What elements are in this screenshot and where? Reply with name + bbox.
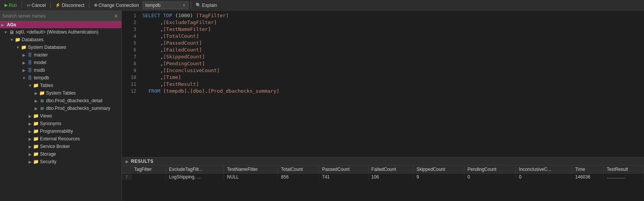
col-header-totalcount[interactable]: TotalCount xyxy=(278,166,319,174)
summary-expand-arrow xyxy=(33,106,39,111)
db-master[interactable]: 🗄 master xyxy=(0,51,121,59)
external-resources-folder[interactable]: 📁 External Resources xyxy=(0,135,121,143)
col-header-testresult[interactable]: TestResult xyxy=(603,166,644,174)
sys-tables-expand-arrow xyxy=(33,91,39,95)
storage-label: Storage xyxy=(40,151,56,157)
tables-folder[interactable]: 📁 Tables xyxy=(0,82,121,89)
results-header-row: TagFilter ExcludeTagFilt... TestNameFilt… xyxy=(122,166,644,174)
summary-table-label: dbo.Prod_dbachecks_summary xyxy=(46,106,110,111)
results-title: RESULTS xyxy=(131,159,153,164)
server-icon: 🖥 xyxy=(8,29,14,35)
system-tables-folder[interactable]: 📁 System Tables xyxy=(0,89,121,97)
system-databases-node[interactable]: 📁 System Databases xyxy=(0,43,121,51)
db-msdb[interactable]: 🗄 msdb xyxy=(0,66,121,74)
msdb-db-icon: 🗄 xyxy=(27,67,33,73)
cell-excludetagfilt: LogShipping, ... xyxy=(166,174,224,181)
tables-label: Tables xyxy=(40,83,53,88)
detail-table-icon: ⊞ xyxy=(39,98,45,104)
col-header-passedcount[interactable]: PassedCount xyxy=(319,166,368,174)
programmability-label: Programmability xyxy=(40,129,73,134)
cell-testresult: ............... xyxy=(603,174,644,181)
storage-expand-arrow xyxy=(27,152,33,156)
col-header-failedcount[interactable]: FailedCount xyxy=(368,166,413,174)
explain-button[interactable]: 🔍 Explain xyxy=(193,2,219,9)
ext-res-expand-arrow xyxy=(27,137,33,141)
change-connection-button[interactable]: ⊕ Change Connection xyxy=(92,2,141,9)
col-header-pendingcount[interactable]: PendingCount xyxy=(464,166,516,174)
separator-2 xyxy=(50,2,51,9)
databases-folder-icon: 📁 xyxy=(14,37,21,43)
col-header-excludetagfilt[interactable]: ExcludeTagFilt... xyxy=(166,166,224,174)
database-selector[interactable]: tempdb ▼ xyxy=(143,2,188,9)
sys-db-expand-arrow xyxy=(15,45,21,50)
col-header-skippedcount[interactable]: SkippedCount xyxy=(413,166,464,174)
col-header-inconclusive[interactable]: InconclusiveC... xyxy=(516,166,572,174)
model-expand-arrow xyxy=(21,61,27,65)
model-label: model xyxy=(34,60,46,65)
col-header-time[interactable]: Time xyxy=(572,166,604,174)
sidebar: ✕ AGs 🖥 sql0, <default> (Windows Authent… xyxy=(0,11,122,201)
search-input[interactable] xyxy=(2,13,113,19)
db-tempdb[interactable]: 🗄 tempdb xyxy=(0,74,121,82)
system-databases-label: System Databases xyxy=(28,45,66,50)
cancel-icon: ▭ xyxy=(27,3,30,8)
results-table: TagFilter ExcludeTagFilt... TestNameFilt… xyxy=(122,166,644,180)
results-header: ▶ RESULTS xyxy=(122,158,644,166)
col-header-rownum xyxy=(122,166,131,174)
security-folder[interactable]: 📁 Security xyxy=(0,158,121,166)
master-label: master xyxy=(34,52,48,58)
tables-expand-arrow xyxy=(27,84,33,88)
search-close-button[interactable]: ✕ xyxy=(113,13,119,19)
service-broker-folder[interactable]: 📁 Service Broker xyxy=(0,143,121,150)
master-expand-arrow xyxy=(21,53,27,57)
object-explorer-tree: AGs 🖥 sql0, <default> (Windows Authentic… xyxy=(0,21,121,201)
views-folder[interactable]: 📁 Views xyxy=(0,112,121,120)
tables-folder-icon: 📁 xyxy=(33,82,39,88)
table-dbachecks-detail[interactable]: ⊞ dbo.Prod_dbachecks_detail xyxy=(0,97,121,105)
security-folder-icon: 📁 xyxy=(33,159,39,165)
databases-expand-arrow xyxy=(9,38,14,42)
synonyms-folder-icon: 📁 xyxy=(33,121,39,127)
col-header-tagfilter[interactable]: TagFilter xyxy=(131,166,166,174)
code-line-9: 9 ,[InconclusiveCount] xyxy=(122,67,644,74)
detail-expand-arrow xyxy=(33,99,39,103)
table-row: 7 LogShipping, ... NULL 856 741 106 9 0 … xyxy=(122,174,644,181)
tempdb-label: tempdb xyxy=(34,75,49,80)
service-broker-label: Service Broker xyxy=(40,144,70,149)
programmability-folder[interactable]: 📁 Programmability xyxy=(0,127,121,135)
cell-time: 146036 xyxy=(572,174,604,181)
cell-totalcount: 856 xyxy=(278,174,319,181)
cell-passedcount: 741 xyxy=(319,174,368,181)
server-node[interactable]: 🖥 sql0, <default> (Windows Authenticatio… xyxy=(0,28,121,36)
cell-skippedcount: 9 xyxy=(413,174,464,181)
databases-label: Databases xyxy=(22,37,43,42)
disconnect-button[interactable]: ⚡ Disconnect xyxy=(53,2,86,9)
code-line-11: 11 ,[TestResult] xyxy=(122,81,644,88)
msdb-label: msdb xyxy=(34,68,45,73)
code-line-4: 4 ,[TotalCount] xyxy=(122,33,644,40)
cancel-button[interactable]: ▭ Cancel xyxy=(24,2,48,9)
disconnect-icon: ⚡ xyxy=(55,3,61,8)
server-expand-arrow xyxy=(3,30,8,34)
db-model[interactable]: 🗄 model xyxy=(0,59,121,66)
run-button[interactable]: ▶ Run xyxy=(2,2,19,9)
storage-folder[interactable]: 📁 Storage xyxy=(0,150,121,158)
service-broker-folder-icon: 📁 xyxy=(33,143,39,150)
code-line-3: 3 ,[TestNameFilter] xyxy=(122,26,644,33)
synonyms-folder[interactable]: 📁 Synonyms xyxy=(0,120,121,127)
storage-folder-icon: 📁 xyxy=(33,151,39,157)
external-resources-label: External Resources xyxy=(40,136,80,142)
table-dbachecks-summary[interactable]: ⊞ dbo.Prod_dbachecks_summary xyxy=(0,105,121,112)
ag-group-header[interactable]: AGs xyxy=(0,21,121,28)
dropdown-arrow-icon: ▼ xyxy=(182,3,186,7)
tempdb-db-icon: 🗄 xyxy=(27,75,33,81)
cell-tagfilter xyxy=(131,174,166,181)
ag-group-label: AGs xyxy=(7,22,16,27)
databases-node[interactable]: 📁 Databases xyxy=(0,36,121,43)
query-editor[interactable]: 1 SELECT TOP (1000) [TagFilter] 2 ,[Excl… xyxy=(122,11,644,157)
results-table-wrapper[interactable]: TagFilter ExcludeTagFilt... TestNameFilt… xyxy=(122,166,644,201)
code-line-1: 1 SELECT TOP (1000) [TagFilter] xyxy=(122,12,644,19)
col-header-testname[interactable]: TestNameFilter xyxy=(224,166,278,174)
run-icon: ▶ xyxy=(5,3,8,8)
explain-icon: 🔍 xyxy=(196,3,201,8)
